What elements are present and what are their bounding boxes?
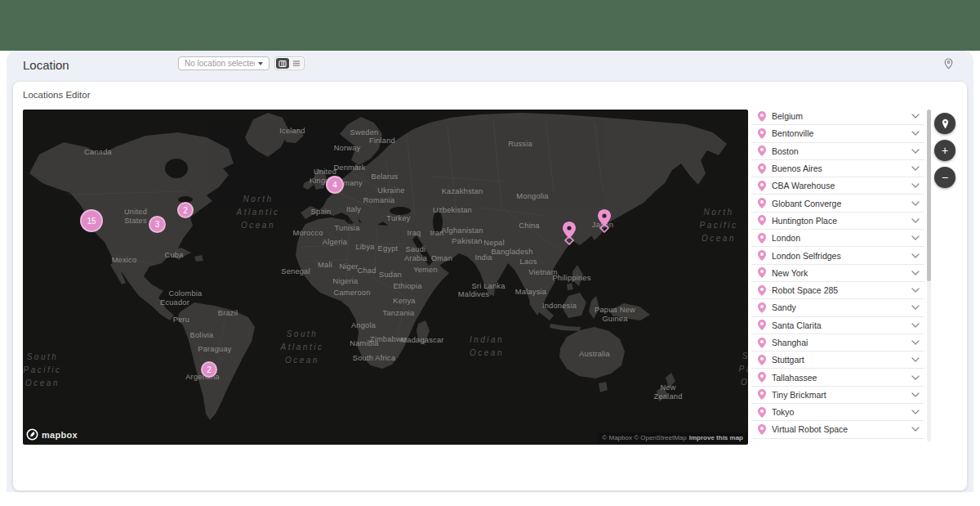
location-list-item[interactable]: Buenos Aires [751,160,924,177]
chevron-down-icon[interactable] [911,253,920,258]
location-list-item[interactable]: Tallahassee [751,369,924,386]
ocean-label: Indian Ocean [470,334,504,360]
location-list-item[interactable]: London Selfridges [751,247,924,264]
location-label: Sandy [772,302,911,312]
country-label: Maldives [458,290,489,299]
chevron-down-icon[interactable] [911,131,920,136]
location-pin-icon [758,338,766,348]
location-list-item[interactable]: Stuttgart [751,352,924,369]
location-list-item[interactable]: Huntington Place [751,213,924,230]
location-list-item[interactable]: CBA Warehouse [751,177,924,195]
map-cluster[interactable]: 2 [201,361,217,378]
country-label: Belarus [372,172,399,181]
location-pin-icon [758,163,766,174]
mapbox-logo[interactable]: mapbox [26,428,78,441]
map-pin-marker[interactable] [596,208,612,233]
location-list-item[interactable]: Shanghai [751,334,924,352]
map-pin-marker[interactable] [561,221,577,245]
list-icon [292,60,301,67]
location-pin-icon [758,198,766,208]
chevron-down-icon[interactable] [911,375,920,380]
location-list-item[interactable]: Tokyo [751,404,924,421]
country-label: Spain [311,208,332,217]
country-label: Sudan [379,271,402,280]
improve-map-link[interactable]: Improve this map [689,434,743,441]
country-label: Mexico [112,256,137,265]
country-label: Senegal [281,267,310,276]
chevron-down-icon[interactable] [911,305,920,310]
locations-editor-card: Locations Editor [13,82,967,490]
chevron-down-icon[interactable] [911,114,920,119]
chevron-down-icon[interactable] [911,218,920,223]
chevron-down-icon[interactable] [911,271,920,275]
map-pin-icon [596,208,612,233]
zoom-out-button[interactable]: − [934,167,956,188]
country-label: Malaysia [515,288,546,297]
map-cluster[interactable]: 15 [80,209,103,232]
map-view-button[interactable] [276,58,289,69]
chevron-down-icon[interactable] [911,201,920,206]
chevron-down-icon[interactable] [911,392,920,397]
page-header: Location No location selected [7,51,973,82]
chevron-down-icon[interactable] [911,235,920,240]
location-list-item[interactable]: Virtual Robot Space [751,421,924,438]
country-label: Italy [346,205,361,214]
map-canvas[interactable]: North Atlantic Ocean North Pacific Ocean… [23,110,748,445]
country-label: Philippines [552,274,590,283]
country-label: Indonesia [542,302,577,311]
location-list-item[interactable]: Belgium [751,108,924,125]
chevron-down-icon[interactable] [911,323,920,328]
location-list-item[interactable]: Sandy [751,299,924,316]
chevron-down-icon[interactable] [911,410,920,414]
location-pin-button[interactable] [941,56,956,71]
editor-title: Locations Editor [23,90,90,100]
map-cluster[interactable]: 2 [177,202,194,218]
country-label: Ukraine [377,186,404,195]
mapbox-logo-text: mapbox [42,430,78,440]
location-list-item[interactable]: Tiny Brickmart [751,387,924,404]
zoom-in-button[interactable]: + [934,140,956,161]
chevron-down-icon[interactable] [911,166,920,171]
map-pin-tool-button[interactable] [934,113,956,134]
country-label: Mongolia [516,192,548,201]
country-label: Peru [173,316,189,325]
scrollbar-thumb[interactable] [927,110,931,281]
country-label: Iraq [408,229,421,238]
country-label: Sri Lanka [471,282,505,291]
location-label: Shanghai [772,338,911,347]
location-list-item[interactable]: Globant Converge [751,195,924,212]
country-label: Nepal [483,239,504,248]
ocean-label: South Pacific Ocean [739,350,748,389]
location-list-item[interactable]: London [751,230,924,247]
location-label: CBA Warehouse [772,181,911,190]
location-list-item[interactable]: New York [751,265,924,282]
location-label: Boston [772,146,911,156]
country-label: Papua New Guinea [595,306,635,323]
chevron-down-icon[interactable] [911,183,920,188]
location-list-item[interactable]: Bentonville [751,125,924,142]
chevron-down-icon[interactable] [911,427,920,432]
country-label: Libya [355,243,374,252]
location-list-item[interactable]: Santa Clarita [751,317,924,334]
location-label: Santa Clarita [772,320,911,330]
location-label: Stuttgart [772,355,911,365]
location-label: Globant Converge [772,199,911,208]
list-scrollbar[interactable] [927,110,931,441]
location-label: Robot Space 285 [772,285,911,295]
country-label: Cuba [164,251,183,260]
list-view-button[interactable] [290,58,303,69]
location-pin-icon [758,233,766,244]
country-label: Norway [334,144,361,153]
location-pin-icon [944,58,953,69]
location-list-item[interactable]: Boston [751,143,924,160]
chevron-down-icon[interactable] [911,357,920,362]
app-panel: Location No location selected [7,51,973,492]
chevron-down-icon[interactable] [911,340,920,345]
chevron-down-icon[interactable] [911,149,920,154]
map-cluster[interactable]: 4 [326,176,344,194]
chevron-down-icon[interactable] [911,288,920,293]
location-list-item[interactable]: Robot Space 285 [751,282,924,299]
map-cluster[interactable]: 3 [149,216,166,233]
locations-list: Belgium Ben [751,108,924,439]
location-select[interactable]: No location selected [178,56,270,70]
